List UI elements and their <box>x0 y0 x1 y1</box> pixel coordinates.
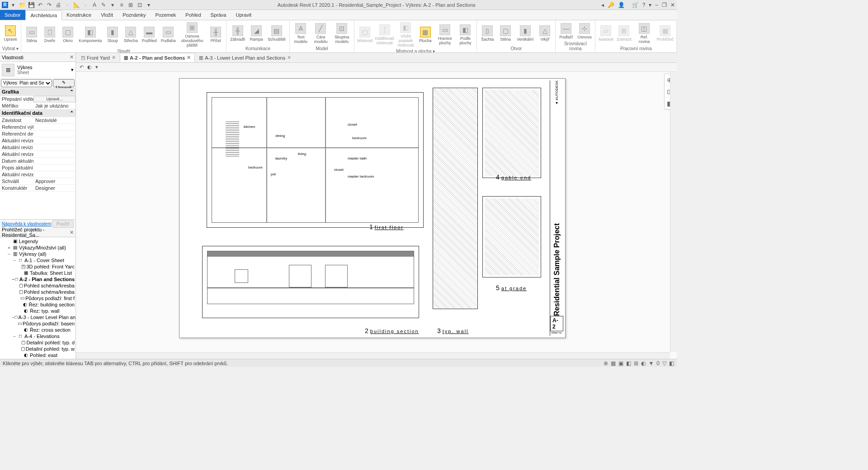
property-row[interactable]: ZávislostNezávislé <box>0 117 75 124</box>
ribbon-button[interactable]: —Podlaží <box>557 22 575 40</box>
qat-button[interactable]: ↶ <box>37 2 43 8</box>
titlebar-button[interactable]: 👤 <box>618 2 625 8</box>
tree-node[interactable]: −□A-2 - Plan and Sections <box>1 276 75 282</box>
qat-button[interactable]: · <box>82 2 89 8</box>
tree-node[interactable]: ◐Pohled: east <box>1 352 75 358</box>
qat-button[interactable]: ↷ <box>46 2 52 8</box>
tree-node[interactable]: ◳3D pohled: Front Yarc <box>1 263 75 270</box>
tree-node[interactable]: −□A-1 - Cover Sheet <box>1 257 75 263</box>
property-row[interactable]: KonstruktérDesigner <box>0 185 75 192</box>
close-icon[interactable]: ✕ <box>70 230 74 235</box>
status-button[interactable]: ▽ <box>662 360 666 367</box>
ribbon-button[interactable]: AText modelu <box>292 22 310 45</box>
view-at-grade[interactable] <box>482 196 541 277</box>
expand-icon[interactable]: − <box>12 334 17 339</box>
qat-button[interactable]: ⊡ <box>137 2 143 8</box>
status-button[interactable]: ◧ <box>669 360 674 367</box>
ribbon-tab[interactable]: Upravit <box>231 10 256 20</box>
file-tab[interactable]: Soubor <box>0 10 25 20</box>
titlebar-button[interactable]: ▾ <box>649 2 651 8</box>
property-value[interactable] <box>33 171 75 178</box>
view-typ-wall[interactable] <box>433 88 478 309</box>
qat-button[interactable]: ▾ <box>146 2 152 8</box>
view-title[interactable]: 4gable end <box>496 174 531 181</box>
property-value[interactable]: Approver <box>33 178 75 184</box>
close-icon[interactable]: ✕ <box>112 55 116 61</box>
close-icon[interactable]: ✕ <box>287 55 291 61</box>
property-row[interactable]: SchválilApprover <box>0 178 75 185</box>
qat-button[interactable]: · <box>64 2 71 8</box>
ribbon-button[interactable]: ▭Stěna <box>23 26 40 44</box>
ribbon-button[interactable]: ▬Podhled <box>140 26 158 44</box>
property-value[interactable] <box>33 144 75 150</box>
property-value[interactable] <box>33 124 75 130</box>
expand-icon[interactable]: + <box>6 245 12 250</box>
ribbon-tab[interactable]: Architektura <box>25 10 62 20</box>
qat-button[interactable]: 📁 <box>19 2 25 8</box>
tree-node[interactable]: −▥Výkresy (all) <box>1 251 75 257</box>
tree-node[interactable]: −□A-3 - Lower Level Plan and Se <box>1 314 75 320</box>
view-title[interactable]: 3typ. wall <box>437 327 469 334</box>
properties-help-link[interactable]: Nápověda k vlastnostem <box>2 221 52 226</box>
scrollbar-vertical[interactable] <box>670 72 677 352</box>
qat-button[interactable]: 📐 <box>73 2 80 8</box>
status-button[interactable]: ⊕ <box>604 360 608 367</box>
ribbon-button[interactable]: ▭Hranice plochy <box>435 24 455 46</box>
property-value[interactable]: Upravit... <box>33 96 75 102</box>
qat-button[interactable]: 💾 <box>28 2 34 8</box>
ribbon-button[interactable]: ⎕Dveře <box>41 26 58 44</box>
ribbon-button[interactable]: ▤Schodiště <box>266 24 288 42</box>
property-value[interactable]: Designer <box>33 185 75 191</box>
chevron-down-icon[interactable]: ▾ <box>71 67 74 73</box>
qat-button[interactable]: ▾ <box>10 2 16 8</box>
view-title[interactable]: 5at grade <box>496 284 527 291</box>
ribbon-button[interactable]: ⊹Osnova <box>576 22 593 40</box>
tree-node[interactable]: ▢Pohled schéma/kresba <box>1 282 75 289</box>
status-button[interactable]: ▦ <box>611 360 616 367</box>
optbar-button[interactable]: ◐ <box>87 64 92 70</box>
titlebar-button[interactable]: ◂ <box>601 2 604 8</box>
status-button[interactable]: ◧ <box>626 360 631 367</box>
status-button[interactable]: 0 <box>656 360 660 367</box>
property-row[interactable]: Referenční výkr... <box>0 124 75 131</box>
view-first-floor[interactable]: kitchen dining living bedroom laundry pd… <box>207 92 424 228</box>
ribbon-tab[interactable]: Poznámky <box>118 10 151 20</box>
status-button[interactable]: ⊞ <box>634 360 638 367</box>
document-tab[interactable]: ◳Front Yard✕ <box>77 53 120 62</box>
property-value[interactable] <box>33 158 75 164</box>
titlebar-button[interactable]: – <box>655 2 658 8</box>
tree-node[interactable]: −□A-4 - Elevations <box>1 333 75 339</box>
instance-select[interactable]: Výkres: Plan and Se <box>1 79 52 87</box>
view-gable-end[interactable] <box>482 88 541 178</box>
ribbon-tab[interactable]: Pozemek <box>151 10 181 20</box>
status-button[interactable]: ◐ <box>641 360 646 367</box>
expand-icon[interactable]: − <box>12 258 17 263</box>
tree-node[interactable]: +▤Výkazy/Množství (all) <box>1 244 75 251</box>
ribbon-button[interactable]: △Střecha <box>122 26 139 44</box>
ribbon-button[interactable]: ▭Podlaha <box>159 26 177 44</box>
ribbon-button[interactable]: ⊡Skupina modelu <box>331 22 352 45</box>
ribbon-button[interactable]: △Vikýř <box>536 24 553 42</box>
property-row[interactable]: Aktuální revize ... <box>0 137 75 144</box>
ribbon-tab[interactable]: Konstrukce <box>62 10 96 20</box>
qat-button[interactable]: 🖨 <box>55 2 61 8</box>
ribbon-button[interactable]: ↖Upravit <box>2 24 19 42</box>
close-icon[interactable]: ✕ <box>187 55 191 61</box>
ribbon-button[interactable]: ◫Ref. rovina <box>633 22 655 45</box>
ribbon-tab[interactable]: Správa <box>206 10 231 20</box>
property-group-header[interactable]: Grafika⌃ <box>0 88 75 96</box>
tree-node[interactable]: ▢Detailní pohled: typ. d <box>1 339 75 346</box>
qat-button[interactable]: ⊞ <box>127 2 134 8</box>
optbar-button[interactable]: ▾ <box>95 64 98 70</box>
qat-button[interactable]: ✎ <box>100 2 107 8</box>
titlebar-button[interactable]: ? <box>642 2 646 8</box>
ribbon-tab[interactable]: Vložit <box>96 10 118 20</box>
ribbon-button[interactable]: ▮Sloup <box>104 26 121 44</box>
app-icon[interactable]: R <box>2 2 8 8</box>
ribbon-button[interactable]: ▢Okno <box>59 26 76 44</box>
tree-node[interactable]: ▭Půdorys podlaží: first f <box>1 295 75 301</box>
qat-button[interactable]: ▾ <box>109 2 116 8</box>
document-tab[interactable]: ▥A-3 - Lower Level Plan and Sections✕ <box>195 53 295 62</box>
property-row[interactable]: Přepsání viditel...Upravit... <box>0 96 75 103</box>
ribbon-button[interactable]: ◧Podle plochy <box>456 24 475 46</box>
